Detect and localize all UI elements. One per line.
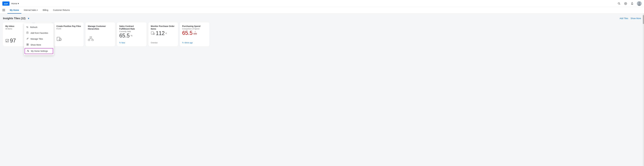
tile-purchase-order-unit: K bbox=[166, 32, 167, 34]
nav-item-my-home[interactable]: My Home bbox=[8, 7, 21, 14]
refresh-small-icon-2: ↻ bbox=[182, 42, 184, 44]
tile-purchasing-spend-number: 65.5 bbox=[182, 30, 192, 36]
tile-fulfillment-rate-footer-text: Now bbox=[122, 42, 125, 44]
nav-bar: My Home Internal Sales ▾ Billing Custome… bbox=[0, 7, 644, 14]
svg-rect-29 bbox=[28, 44, 28, 44]
svg-rect-16 bbox=[88, 39, 90, 41]
tile-purchasing-spend[interactable]: Purchasing Spend Comparison of Spend 65.… bbox=[180, 22, 210, 46]
svg-point-8 bbox=[638, 4, 640, 6]
svg-rect-17 bbox=[92, 39, 94, 41]
add-favorites-icon bbox=[26, 31, 29, 34]
home-menu[interactable]: Home ▾ bbox=[11, 2, 19, 5]
tile-purchasing-spend-unit-container: ▽ MM bbox=[194, 31, 197, 35]
svg-point-7 bbox=[638, 2, 640, 4]
tile-positive-pay-subtitle: FCHX bbox=[56, 28, 81, 30]
tile-purchasing-spend-subtitle: Comparison of Spend bbox=[182, 28, 207, 30]
tile-purchase-order-value: $ 112 K bbox=[151, 30, 176, 36]
nav-item-customer-returns[interactable]: Customer Returns bbox=[50, 7, 72, 14]
section-title: Insights Tiles (12) ▾ bbox=[3, 16, 30, 20]
tile-positive-pay-icon: $ bbox=[56, 36, 81, 43]
svg-text:$: $ bbox=[60, 39, 61, 41]
dropdown-item-refresh-label: Refresh bbox=[30, 26, 38, 28]
add-tiles-button[interactable]: Add Tiles bbox=[620, 17, 628, 19]
svg-point-5 bbox=[625, 3, 626, 4]
refresh-small-icon: ↻ bbox=[119, 42, 121, 44]
show-more-button[interactable]: Show More bbox=[630, 17, 641, 19]
my-home-settings-icon bbox=[27, 50, 29, 53]
svg-text:$: $ bbox=[154, 33, 154, 35]
tile-customer-hierarchies-title: Manage Customer Hierarchies bbox=[88, 25, 113, 30]
tile-purchasing-spend-unit: MM bbox=[194, 33, 197, 35]
dropdown-item-my-home-settings-label: My Home Settings bbox=[31, 50, 48, 52]
show-more-icon bbox=[26, 43, 29, 46]
scrollbar-thumb[interactable] bbox=[643, 15, 644, 24]
header: SAP Home ▾ bbox=[0, 0, 644, 7]
dropdown-menu: ↻ Refresh Add from Favorites Manage Tile… bbox=[24, 23, 54, 55]
nav-item-internal-sales-label: Internal Sales bbox=[24, 9, 36, 11]
refresh-icon: ↻ bbox=[26, 26, 28, 29]
tile-positive-pay-title: Create Positive Pay Files bbox=[56, 25, 81, 27]
nav-item-internal-sales[interactable]: Internal Sales ▾ bbox=[21, 7, 40, 14]
nav-item-my-home-label: My Home bbox=[10, 9, 19, 11]
tile-purchasing-spend-title: Purchasing Spend bbox=[182, 25, 207, 27]
tile-customer-hierarchies-icon bbox=[88, 36, 113, 43]
nav-item-billing[interactable]: Billing bbox=[40, 7, 50, 14]
tile-purchase-order-footer: Overdue bbox=[151, 42, 176, 44]
bell-icon[interactable] bbox=[630, 2, 634, 5]
scrollbar-track[interactable] bbox=[643, 14, 644, 166]
dropdown-item-my-home-settings[interactable]: My Home Settings bbox=[25, 48, 53, 54]
section-header: Insights Tiles (12) ▾ Add Tiles Show Mor… bbox=[3, 16, 641, 20]
svg-rect-31 bbox=[28, 45, 28, 45]
tile-purchasing-spend-footer-text: 40min ago bbox=[184, 42, 193, 44]
dropdown-item-manage-tiles-label: Manage Tiles bbox=[30, 38, 43, 40]
nav-item-billing-label: Billing bbox=[43, 9, 48, 11]
sap-logo-icon[interactable]: SAP bbox=[2, 1, 10, 6]
search-icon[interactable] bbox=[617, 2, 621, 5]
dropdown-item-add-favorites-label: Add from Favorites bbox=[30, 32, 48, 34]
home-menu-label: Home bbox=[11, 2, 17, 5]
internal-sales-chevron-icon: ▾ bbox=[37, 9, 38, 11]
svg-line-3 bbox=[620, 4, 620, 4]
manage-tiles-icon bbox=[26, 37, 29, 40]
avatar[interactable] bbox=[637, 1, 642, 6]
svg-rect-30 bbox=[27, 45, 28, 45]
svg-rect-15 bbox=[90, 37, 92, 38]
svg-point-4 bbox=[624, 2, 627, 5]
inbox-check-icon: ☑ bbox=[5, 38, 9, 43]
tile-purchasing-spend-value: 65.5 ▽ MM bbox=[182, 30, 207, 36]
tile-purchase-order-title: Monitor Purchase Order Items bbox=[151, 25, 176, 30]
tile-fulfillment-rate-title: Sales Contract Fulfillment Rate bbox=[119, 25, 144, 30]
tile-fulfillment-rate[interactable]: Sales Contract Fulfillment Rate Currentl… bbox=[117, 22, 146, 46]
tile-fulfillment-rate-value: 65.5 % bbox=[119, 33, 144, 39]
tile-purchasing-spend-down-icon: ▽ bbox=[195, 31, 196, 33]
tile-fulfillment-rate-footer: ↻ Now bbox=[119, 42, 144, 44]
settings-icon[interactable] bbox=[624, 2, 628, 5]
tile-fulfillment-rate-subtitle: Currently Valid bbox=[119, 30, 144, 33]
header-left: SAP Home ▾ bbox=[2, 1, 19, 6]
tile-purchasing-spend-footer: ↻ 40min ago bbox=[182, 42, 207, 44]
header-right bbox=[617, 1, 642, 6]
tile-purchase-order[interactable]: Monitor Purchase Order Items $ 112 K Ove… bbox=[148, 22, 178, 46]
tile-purchase-order-icon: $ bbox=[151, 30, 155, 36]
tile-my-inbox-number: 97 bbox=[10, 38, 16, 44]
tile-customer-hierarchies[interactable]: Manage Customer Hierarchies bbox=[86, 22, 115, 46]
tile-fulfillment-rate-unit: % bbox=[130, 34, 132, 37]
tiles-container: My Inbox All Items ☑ 97 …s forxcel Creat… bbox=[3, 22, 641, 46]
dropdown-item-refresh[interactable]: ↻ Refresh bbox=[24, 24, 54, 30]
tile-positive-pay[interactable]: Create Positive Pay Files FCHX $ bbox=[54, 22, 84, 46]
svg-point-32 bbox=[28, 50, 28, 51]
tile-fulfillment-rate-number: 65.5 bbox=[119, 33, 130, 39]
nav-item-customer-returns-label: Customer Returns bbox=[53, 9, 70, 11]
dropdown-item-show-more[interactable]: Show More bbox=[24, 42, 54, 48]
dropdown-item-add-favorites[interactable]: Add from Favorites bbox=[24, 30, 54, 36]
section-title-chevron-icon[interactable]: ▾ bbox=[27, 16, 30, 20]
hamburger-menu-icon[interactable] bbox=[2, 9, 5, 12]
svg-text:SAP: SAP bbox=[4, 2, 8, 5]
section-title-text: Insights Tiles (12) bbox=[3, 17, 26, 20]
dropdown-item-show-more-label: Show More bbox=[30, 44, 41, 46]
section-actions: Add Tiles Show More bbox=[620, 17, 641, 19]
dropdown-item-manage-tiles[interactable]: Manage Tiles bbox=[24, 36, 54, 42]
home-chevron-icon: ▾ bbox=[18, 2, 19, 5]
svg-rect-28 bbox=[27, 44, 28, 44]
main-content: Insights Tiles (12) ▾ Add Tiles Show Mor… bbox=[0, 14, 644, 166]
